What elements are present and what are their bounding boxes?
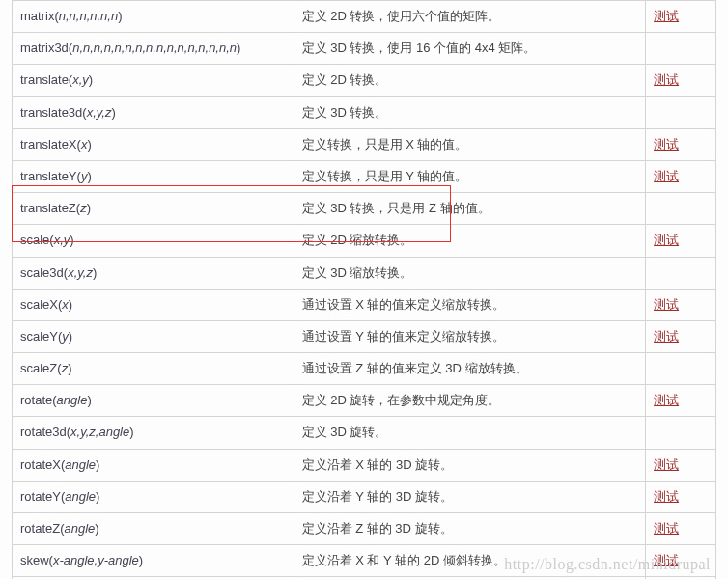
table-row: rotate(angle)定义 2D 旋转，在参数中规定角度。测试	[13, 385, 716, 417]
function-name: scaleX(x)	[20, 297, 72, 312]
function-cell: scaleX(x)	[13, 289, 294, 320]
function-name: matrix3d(n,n,n,n,n,n,n,n,n,n,n,n,n,n,n,n…	[20, 41, 240, 55]
try-cell: 测试	[646, 160, 716, 192]
try-link[interactable]: 测试	[654, 233, 679, 247]
try-cell	[646, 96, 716, 128]
try-cell: 测试	[646, 1, 716, 33]
function-cell: rotateY(angle)	[13, 481, 294, 512]
try-link[interactable]: 测试	[654, 329, 679, 344]
table-row: translate3d(x,y,z)定义 3D 转换。	[13, 96, 716, 128]
try-link[interactable]: 测试	[654, 489, 679, 504]
table-row: scaleZ(z)通过设置 Z 轴的值来定义 3D 缩放转换。	[13, 353, 716, 385]
description-cell: 定义 2D 旋转，在参数中规定角度。	[294, 385, 646, 417]
table-row: scale3d(x,y,z)定义 3D 缩放转换。	[13, 257, 716, 289]
description-cell: 定义 3D 转换，使用 16 个值的 4x4 矩阵。	[294, 33, 646, 65]
description-cell: 定义沿着 X 轴的 3D 旋转。	[294, 449, 646, 481]
try-cell: 测试	[646, 385, 716, 417]
table-row: scaleX(x)通过设置 X 轴的值来定义缩放转换。测试	[13, 289, 716, 320]
try-cell	[646, 33, 716, 65]
try-cell: 测试	[646, 225, 716, 257]
function-cell: scaleZ(z)	[13, 353, 294, 385]
function-name: scale3d(x,y,z)	[20, 265, 97, 280]
description-cell: 定义转换，只是用 X 轴的值。	[294, 128, 646, 160]
description-cell: 定义 3D 缩放转换。	[294, 257, 646, 289]
try-cell: 测试	[646, 513, 716, 545]
function-name: translateY(y)	[20, 169, 92, 183]
function-name: matrix(n,n,n,n,n,n)	[20, 9, 123, 23]
try-cell: 测试	[646, 545, 716, 577]
try-link[interactable]: 测试	[654, 297, 679, 312]
try-cell: 测试	[646, 320, 716, 352]
function-name: translate(x,y)	[20, 72, 93, 87]
table-row: scale(x,y)定义 2D 缩放转换。测试	[13, 225, 716, 257]
description-cell: 定义 3D 旋转。	[294, 417, 646, 449]
function-cell: rotate(angle)	[13, 385, 294, 417]
function-cell: matrix(n,n,n,n,n,n)	[13, 1, 294, 33]
table-row: matrix3d(n,n,n,n,n,n,n,n,n,n,n,n,n,n,n,n…	[13, 33, 716, 65]
description-cell: 通过设置 Y 轴的值来定义缩放转换。	[294, 320, 646, 352]
description-cell: 通过设置 X 轴的值来定义缩放转换。	[294, 289, 646, 320]
function-name: rotateX(angle)	[20, 457, 99, 472]
table-row: translate(x,y)定义 2D 转换。测试	[13, 65, 716, 96]
try-cell: 测试	[646, 449, 716, 481]
try-link[interactable]: 测试	[654, 393, 679, 407]
function-name: rotate3d(x,y,z,angle)	[20, 425, 134, 439]
try-link[interactable]: 测试	[654, 457, 679, 472]
description-cell: 通过设置 Z 轴的值来定义 3D 缩放转换。	[294, 353, 646, 385]
table-row: translateX(x)定义转换，只是用 X 轴的值。测试	[13, 128, 716, 160]
function-name: scale(x,y)	[20, 233, 74, 247]
function-cell: rotateX(angle)	[13, 449, 294, 481]
function-cell: rotateZ(angle)	[13, 513, 294, 545]
function-cell: translate3d(x,y,z)	[13, 96, 294, 128]
try-link[interactable]: 测试	[654, 72, 679, 87]
description-cell: 定义 2D 转换。	[294, 65, 646, 96]
function-cell: scaleY(y)	[13, 320, 294, 352]
try-cell: 测试	[646, 128, 716, 160]
table-row: translateY(y)定义转换，只是用 Y 轴的值。测试	[13, 160, 716, 192]
try-link[interactable]: 测试	[654, 521, 679, 536]
function-cell: translateX(x)	[13, 128, 294, 160]
description-cell: 定义 3D 转换。	[294, 96, 646, 128]
try-link[interactable]: 测试	[654, 9, 679, 23]
description-cell: 定义沿着 X 和 Y 轴的 2D 倾斜转换。	[294, 545, 646, 577]
try-cell: 测试	[646, 289, 716, 320]
table-row: rotate3d(x,y,z,angle)定义 3D 旋转。	[13, 417, 716, 449]
function-name: rotateY(angle)	[20, 489, 99, 504]
description-cell: 定义 3D 转换，只是用 Z 轴的值。	[294, 193, 646, 225]
try-link[interactable]: 测试	[654, 169, 679, 183]
function-name: skew(x-angle,y-angle)	[20, 553, 143, 567]
css-transform-functions-table: matrix(n,n,n,n,n,n)定义 2D 转换，使用六个值的矩阵。测试m…	[12, 0, 716, 579]
table-row: rotateX(angle)定义沿着 X 轴的 3D 旋转。测试	[13, 449, 716, 481]
function-name: translateX(x)	[20, 137, 92, 152]
function-name: translate3d(x,y,z)	[20, 105, 116, 120]
try-link[interactable]: 测试	[654, 553, 679, 567]
function-cell: rotate3d(x,y,z,angle)	[13, 417, 294, 449]
table-row: scaleY(y)通过设置 Y 轴的值来定义缩放转换。测试	[13, 320, 716, 352]
try-link[interactable]: 测试	[654, 137, 679, 152]
table-row: skew(x-angle,y-angle)定义沿着 X 和 Y 轴的 2D 倾斜…	[13, 545, 716, 577]
function-name: rotate(angle)	[20, 393, 92, 407]
function-cell: skew(x-angle,y-angle)	[13, 545, 294, 577]
try-cell: 测试	[646, 481, 716, 512]
table-row: rotateY(angle)定义沿着 Y 轴的 3D 旋转。测试	[13, 481, 716, 512]
function-cell: translateZ(z)	[13, 193, 294, 225]
description-cell: 定义 2D 缩放转换。	[294, 225, 646, 257]
try-cell: 测试	[646, 65, 716, 96]
function-name: translateZ(z)	[20, 201, 91, 215]
description-cell: 定义转换，只是用 Y 轴的值。	[294, 160, 646, 192]
try-cell	[646, 417, 716, 449]
function-cell: scale(x,y)	[13, 225, 294, 257]
description-cell: 定义沿着 Y 轴的 3D 旋转。	[294, 481, 646, 512]
try-cell	[646, 193, 716, 225]
function-cell: translateY(y)	[13, 160, 294, 192]
table-row: translateZ(z)定义 3D 转换，只是用 Z 轴的值。	[13, 193, 716, 225]
function-name: scaleZ(z)	[20, 361, 71, 375]
function-cell: scale3d(x,y,z)	[13, 257, 294, 289]
description-cell: 定义沿着 Z 轴的 3D 旋转。	[294, 513, 646, 545]
table-row: matrix(n,n,n,n,n,n)定义 2D 转换，使用六个值的矩阵。测试	[13, 1, 716, 33]
function-cell: matrix3d(n,n,n,n,n,n,n,n,n,n,n,n,n,n,n,n…	[13, 33, 294, 65]
table-row: rotateZ(angle)定义沿着 Z 轴的 3D 旋转。测试	[13, 513, 716, 545]
function-name: scaleY(y)	[20, 329, 72, 344]
try-cell	[646, 257, 716, 289]
function-name: rotateZ(angle)	[20, 521, 99, 536]
